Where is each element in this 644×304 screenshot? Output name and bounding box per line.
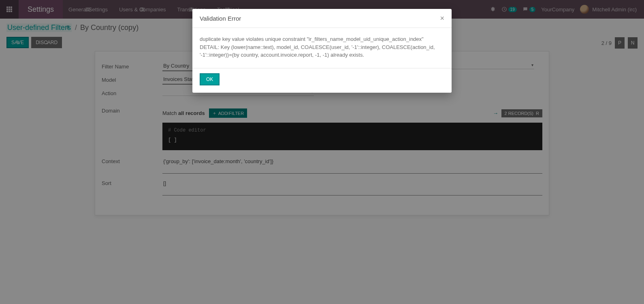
validation-error-modal: Validation Error × duplicate key value v… [192,9,452,93]
ok-button[interactable]: OK [200,73,220,85]
close-icon[interactable]: × [440,15,444,22]
modal-title: Validation Error [200,15,241,22]
modal-body: duplicate key value violates unique cons… [192,28,452,68]
